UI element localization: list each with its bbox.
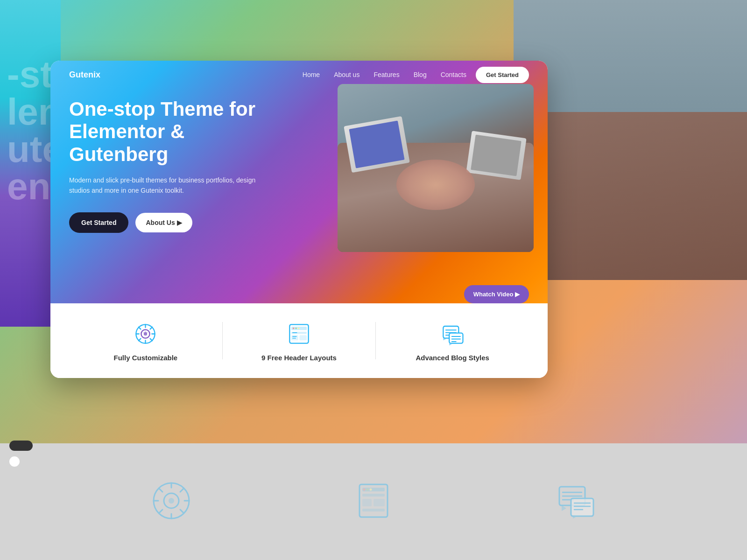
- hands-center: [396, 160, 475, 210]
- svg-point-7: [369, 489, 372, 491]
- hero-section: Gutenix Home About us Features Blog Cont…: [50, 61, 548, 345]
- header-layouts-label: 9 Free Header Layouts: [261, 354, 337, 362]
- svg-point-27: [298, 328, 300, 329]
- laptop-screen-1: [349, 121, 405, 168]
- feature-header-layouts: 9 Free Header Layouts: [223, 320, 376, 362]
- svg-point-5: [363, 489, 365, 491]
- svg-rect-10: [374, 499, 385, 506]
- blog-styles-label: Advanced Blog Styles: [416, 354, 489, 362]
- dot-round: [9, 456, 20, 467]
- reflection-gear-icon: [148, 477, 195, 526]
- nav-about[interactable]: About us: [334, 71, 359, 78]
- svg-rect-29: [291, 335, 298, 340]
- dot-oval: [9, 441, 33, 451]
- main-card: Gutenix Home About us Features Blog Cont…: [50, 61, 548, 378]
- nav-features[interactable]: Features: [374, 71, 399, 78]
- feature-blog-styles: Advanced Blog Styles: [376, 320, 529, 362]
- bg-right-image: [514, 0, 747, 280]
- reflection-layout-icon: [350, 477, 397, 526]
- svg-point-2: [169, 498, 174, 504]
- navigation: Gutenix Home About us Features Blog Cont…: [50, 61, 548, 89]
- svg-rect-9: [362, 499, 372, 506]
- blog-styles-icon: [438, 320, 466, 348]
- nav-blog[interactable]: Blog: [414, 71, 427, 78]
- left-dots-indicator: [9, 441, 33, 467]
- hero-subtitle: Modern and slick pre-built themes for bu…: [69, 175, 265, 196]
- feature-customizable: Fully Customizable: [69, 320, 222, 362]
- svg-rect-4: [362, 488, 385, 491]
- nav-get-started-button[interactable]: Get Started: [476, 67, 529, 83]
- bg-right-desk: [514, 112, 747, 280]
- svg-rect-16: [571, 498, 593, 516]
- svg-rect-8: [362, 494, 385, 497]
- svg-rect-30: [299, 335, 307, 340]
- features-section: Fully Customizable: [50, 303, 548, 378]
- laptop-2: [466, 131, 527, 180]
- svg-rect-11: [362, 509, 385, 511]
- svg-point-25: [293, 328, 295, 329]
- reflection-blog-icon: [552, 477, 599, 526]
- nav-links: Home About us Features Blog Contacts: [303, 71, 466, 78]
- customizable-icon: [132, 320, 160, 348]
- header-layouts-icon: [285, 320, 313, 348]
- hero-about-us-button[interactable]: About Us ▶: [135, 213, 192, 232]
- nav-contacts[interactable]: Contacts: [441, 71, 466, 78]
- logo: Gutenix: [69, 70, 100, 80]
- nav-home[interactable]: Home: [303, 71, 320, 78]
- laptop-screen-2: [471, 135, 521, 176]
- hero-content: One-stop Theme for Elementor & Gutenberg…: [69, 98, 265, 233]
- hero-image: [338, 84, 534, 252]
- customizable-label: Fully Customizable: [113, 354, 177, 362]
- team-photo: [338, 84, 534, 252]
- hero-title: One-stop Theme for Elementor & Gutenberg: [69, 98, 265, 166]
- svg-point-6: [366, 489, 368, 491]
- watch-video-label: Whatch Video ▶: [473, 291, 520, 298]
- hero-buttons: Get Started About Us ▶: [69, 212, 265, 233]
- reflection-area: [0, 443, 747, 560]
- hero-get-started-button[interactable]: Get Started: [69, 212, 128, 233]
- svg-point-26: [295, 328, 297, 329]
- watch-video-button[interactable]: Whatch Video ▶: [464, 285, 529, 303]
